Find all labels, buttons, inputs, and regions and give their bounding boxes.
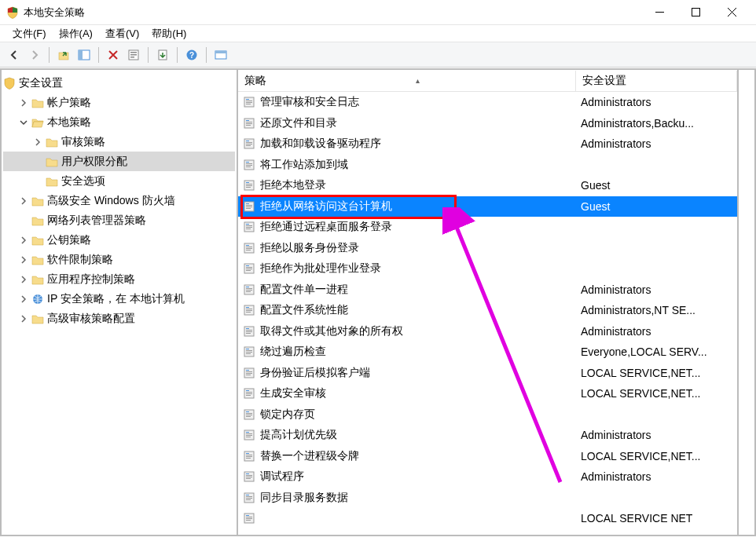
tree-item[interactable]: 高级安全 Windows 防火墙 [3, 191, 235, 210]
list-pane: 策略 ▴ 安全设置 管理审核和安全日志Administrators还原文件和目录… [237, 68, 739, 536]
delete-button[interactable] [104, 46, 123, 64]
toolbar-separator [148, 47, 149, 63]
tree-item-label: 网络列表管理器策略 [47, 214, 146, 228]
list-row[interactable]: 将工作站添加到域 [238, 155, 737, 176]
tree-expander-icon[interactable] [31, 155, 44, 168]
list-row[interactable]: 管理审核和安全日志Administrators [238, 92, 737, 113]
tree-item[interactable]: 软件限制策略 [3, 250, 235, 269]
tree-expander-icon[interactable] [31, 175, 44, 188]
tree-expander-icon[interactable] [17, 254, 30, 266]
list-row[interactable]: 拒绝以服务身份登录 [238, 238, 737, 259]
tree-item-label: IP 安全策略，在 本地计算机 [47, 292, 185, 306]
policy-setting: Guest [576, 200, 737, 213]
policy-name: 配置文件单一进程 [260, 283, 348, 297]
menubar: 文件(F) 操作(A) 查看(V) 帮助(H) [0, 25, 756, 42]
folder-icon [31, 116, 44, 129]
maximize-button[interactable] [677, 1, 714, 24]
back-button[interactable] [5, 46, 24, 64]
tree-item[interactable]: 安全选项 [3, 171, 235, 191]
tree-expander-icon[interactable] [31, 136, 44, 148]
svg-rect-112 [246, 498, 252, 499]
svg-rect-41 [246, 205, 252, 206]
list-row[interactable]: 同步目录服务数据 [238, 488, 737, 509]
list-row[interactable]: LOCAL SERVICE NET [238, 508, 737, 529]
menu-view[interactable]: 查看(V) [99, 25, 145, 42]
tree-root-item[interactable]: 安全设置 [3, 73, 235, 93]
folder-icon [46, 136, 58, 148]
svg-rect-98 [246, 437, 251, 437]
list-row[interactable]: 拒绝作为批处理作业登录 [238, 258, 737, 280]
list-row[interactable]: 提高计划优先级Administrators [238, 425, 737, 446]
menu-action[interactable]: 操作(A) [53, 25, 99, 42]
svg-rect-16 [246, 101, 252, 101]
tree-item[interactable]: 网络列表管理器策略 [3, 210, 235, 230]
list-row[interactable]: 替换一个进程级令牌LOCAL SERVICE,NET... [238, 446, 737, 467]
column-header-setting[interactable]: 安全设置 [576, 71, 737, 91]
policy-name: 加载和卸载设备驱动程序 [260, 137, 381, 151]
up-button[interactable] [54, 46, 73, 64]
policy-name: 拒绝本地登录 [260, 178, 326, 192]
tree-item[interactable]: 高级审核策略配置 [3, 309, 235, 328]
svg-rect-82 [246, 373, 252, 374]
svg-rect-67 [246, 310, 252, 311]
policy-icon [243, 96, 255, 108]
toolbar-separator [206, 47, 207, 63]
policy-setting: Administrators [576, 283, 737, 296]
menu-file[interactable]: 文件(F) [6, 25, 53, 42]
column-header-policy[interactable]: 策略 ▴ [238, 71, 576, 91]
tree-expander-icon[interactable] [17, 293, 30, 305]
tree-pane[interactable]: 安全设置 帐户策略本地策略审核策略用户权限分配安全选项高级安全 Windows … [0, 68, 237, 536]
list-row[interactable]: 配置文件系统性能Administrators,NT SE... [238, 300, 737, 321]
list-row[interactable]: 加载和卸载设备驱动程序Administrators [238, 133, 737, 155]
tree-item[interactable]: 审核策略 [3, 132, 235, 152]
svg-rect-117 [246, 518, 252, 519]
tree-item[interactable]: IP 安全策略，在 本地计算机 [3, 289, 235, 309]
policy-icon [243, 387, 255, 400]
list-row[interactable]: 生成安全审核LOCAL SERVICE,NET... [238, 383, 737, 404]
svg-rect-55 [246, 265, 249, 266]
refresh-button[interactable] [211, 46, 230, 64]
tree-item[interactable]: 本地策略 [3, 112, 235, 132]
svg-rect-87 [246, 393, 252, 394]
svg-rect-20 [246, 120, 249, 121]
list-row[interactable]: 锁定内存页 [238, 404, 737, 426]
tree-expander-icon[interactable] [17, 234, 30, 247]
forward-button[interactable] [25, 46, 44, 64]
tree-item[interactable]: 用户权限分配 [3, 152, 235, 171]
list-body[interactable]: 管理审核和安全日志Administrators还原文件和目录Administra… [238, 92, 737, 535]
svg-rect-18 [246, 104, 251, 104]
show-hide-tree-button[interactable] [75, 46, 94, 64]
list-row[interactable]: 拒绝通过远程桌面服务登录 [238, 217, 737, 238]
export-button[interactable] [153, 46, 172, 64]
close-button[interactable] [714, 1, 750, 24]
list-row[interactable]: 身份验证后模拟客户端LOCAL SERVICE,NET... [238, 363, 737, 384]
svg-rect-108 [246, 478, 251, 479]
minimize-button[interactable] [641, 1, 677, 24]
svg-rect-97 [246, 435, 252, 436]
list-row[interactable]: 拒绝本地登录Guest [238, 175, 737, 196]
svg-rect-15 [246, 99, 249, 100]
list-row[interactable]: 拒绝从网络访问这台计算机Guest [238, 196, 737, 217]
tree-item[interactable]: 帐户策略 [3, 93, 235, 112]
tree-expander-icon[interactable] [17, 116, 30, 129]
sort-ascending-icon: ▴ [266, 76, 569, 85]
policy-icon [243, 408, 255, 421]
tree-expander-icon[interactable] [17, 195, 30, 207]
svg-rect-88 [246, 395, 251, 396]
svg-rect-37 [246, 185, 252, 186]
svg-rect-51 [246, 247, 252, 247]
menu-help[interactable]: 帮助(H) [145, 25, 193, 42]
tree-expander-icon[interactable] [17, 97, 30, 109]
tree-expander-icon[interactable] [17, 273, 30, 286]
tree-expander-icon[interactable] [17, 313, 30, 325]
tree-item[interactable]: 应用程序控制策略 [3, 269, 235, 289]
list-row[interactable]: 取得文件或其他对象的所有权Administrators [238, 321, 737, 342]
tree-item[interactable]: 公钥策略 [3, 230, 235, 250]
properties-button[interactable] [124, 46, 143, 64]
list-row[interactable]: 调试程序Administrators [238, 466, 737, 488]
tree-expander-icon[interactable] [17, 214, 30, 227]
list-row[interactable]: 配置文件单一进程Administrators [238, 280, 737, 301]
list-row[interactable]: 绕过遍历检查Everyone,LOCAL SERV... [238, 342, 737, 363]
list-row[interactable]: 还原文件和目录Administrators,Backu... [238, 113, 737, 134]
help-button[interactable]: ? [182, 46, 201, 64]
